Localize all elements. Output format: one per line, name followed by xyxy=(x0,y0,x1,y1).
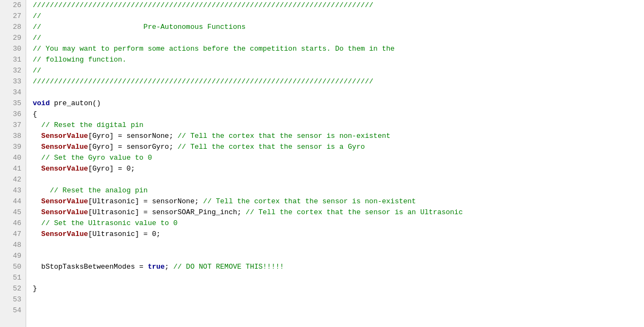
code-token: // xyxy=(33,12,41,20)
line-number: 26 xyxy=(0,0,26,11)
code-editor: 2627282930313233343536373839404142434445… xyxy=(0,0,644,327)
line-number: 32 xyxy=(0,65,26,76)
code-token xyxy=(33,165,41,173)
code-token: [Ultrasonic] = sensorSOAR_Ping_inch; xyxy=(88,208,246,216)
code-line: SensorValue[Ultrasonic] = sensorNone; //… xyxy=(33,196,644,207)
line-number: 47 xyxy=(0,229,26,240)
code-token: SensorValue xyxy=(41,230,88,238)
code-line: SensorValue[Ultrasonic] = sensorSOAR_Pin… xyxy=(33,207,644,218)
code-token: // Tell the cortex that the sensor is an… xyxy=(246,208,463,216)
code-token: // following function. xyxy=(33,56,127,64)
line-number: 52 xyxy=(0,283,26,294)
code-token: SensorValue xyxy=(41,165,88,173)
code-line xyxy=(33,294,644,305)
line-number: 45 xyxy=(0,207,26,218)
code-line xyxy=(33,272,644,283)
code-token: // Pre-Autonomous Functions xyxy=(33,23,246,31)
line-number: 38 xyxy=(0,131,26,142)
code-line: // following function. xyxy=(33,55,644,65)
code-line: // Reset the digital pin xyxy=(33,120,644,131)
code-token xyxy=(33,186,50,195)
code-token xyxy=(33,230,41,238)
code-token: // Tell the cortex that the sensor is no… xyxy=(177,132,390,140)
line-number: 41 xyxy=(0,164,26,174)
line-number: 51 xyxy=(0,272,26,283)
code-token: SensorValue xyxy=(41,197,88,205)
code-token: [Ultrasonic] = sensorNone; xyxy=(88,197,203,205)
line-number: 43 xyxy=(0,185,26,196)
code-token xyxy=(33,154,41,162)
line-number: 49 xyxy=(0,251,26,262)
code-line xyxy=(33,174,644,185)
code-line: } xyxy=(33,283,644,294)
code-token: true xyxy=(148,263,165,271)
code-line: // xyxy=(33,65,644,76)
code-token xyxy=(33,197,41,205)
code-token: [Ultrasonic] = 0; xyxy=(88,230,160,238)
code-token: ; xyxy=(165,263,174,271)
code-token: ////////////////////////////////////////… xyxy=(33,1,373,9)
code-token: // Reset the digital pin xyxy=(41,121,144,129)
line-number: 35 xyxy=(0,98,26,109)
code-line: ////////////////////////////////////////… xyxy=(33,76,644,87)
code-token: // xyxy=(33,34,41,42)
line-number: 40 xyxy=(0,153,26,164)
code-token: // DO NOT REMOVE THIS!!!!! xyxy=(173,263,284,271)
code-line: SensorValue[Ultrasonic] = 0; xyxy=(33,229,644,240)
code-line xyxy=(33,305,644,316)
code-area[interactable]: ////////////////////////////////////////… xyxy=(26,0,644,327)
code-line: // xyxy=(33,33,644,44)
line-number: 30 xyxy=(0,44,26,55)
code-token xyxy=(33,132,41,140)
code-token: [Gyro] = 0; xyxy=(88,165,135,173)
code-token: { xyxy=(33,110,37,118)
code-line xyxy=(33,240,644,251)
code-line: void pre_auton() xyxy=(33,98,644,109)
code-line: // Set the Ultrasonic value to 0 xyxy=(33,218,644,229)
code-line: ////////////////////////////////////////… xyxy=(33,0,644,11)
code-line: // You may want to perform some actions … xyxy=(33,44,644,55)
line-number: 54 xyxy=(0,305,26,316)
code-line: SensorValue[Gyro] = 0; xyxy=(33,164,644,174)
code-line: SensorValue[Gyro] = sensorGyro; // Tell … xyxy=(33,142,644,153)
code-line: // xyxy=(33,11,644,22)
line-number: 28 xyxy=(0,22,26,33)
code-token xyxy=(33,121,41,129)
code-line xyxy=(33,251,644,262)
line-number: 29 xyxy=(0,33,26,44)
code-token: } xyxy=(33,284,37,293)
code-token: // You may want to perform some actions … xyxy=(33,45,395,53)
code-line: // Pre-Autonomous Functions xyxy=(33,22,644,33)
code-token: // xyxy=(33,66,41,75)
line-number: 34 xyxy=(0,87,26,98)
line-number: 50 xyxy=(0,262,26,272)
code-token xyxy=(33,208,41,216)
line-number: 31 xyxy=(0,55,26,65)
code-token xyxy=(33,143,41,151)
line-number: 33 xyxy=(0,76,26,87)
line-number: 36 xyxy=(0,109,26,120)
code-token: // Set the Gyro value to 0 xyxy=(41,154,152,162)
code-token: pre_auton() xyxy=(50,99,101,107)
code-line: bStopTasksBetweenModes = true; // DO NOT… xyxy=(33,262,644,272)
line-number: 39 xyxy=(0,142,26,153)
line-number: 44 xyxy=(0,196,26,207)
line-number: 53 xyxy=(0,294,26,305)
line-number: 48 xyxy=(0,240,26,251)
code-token: bStopTasksBetweenModes = xyxy=(33,263,148,271)
code-token: [Gyro] = sensorNone; xyxy=(88,132,177,140)
line-number: 42 xyxy=(0,174,26,185)
line-numbers: 2627282930313233343536373839404142434445… xyxy=(0,0,26,327)
code-token: ////////////////////////////////////////… xyxy=(33,77,373,86)
code-token: SensorValue xyxy=(41,208,88,216)
code-line: { xyxy=(33,109,644,120)
code-token: // Reset the analog pin xyxy=(50,186,147,195)
code-token: SensorValue xyxy=(41,132,88,140)
code-token: // Tell the cortex that the sensor is no… xyxy=(203,197,416,205)
line-number: 46 xyxy=(0,218,26,229)
code-token: SensorValue xyxy=(41,143,88,151)
code-line: // Reset the analog pin xyxy=(33,185,644,196)
code-token xyxy=(33,219,41,227)
code-token: [Gyro] = sensorGyro; xyxy=(88,143,177,151)
code-token: // Set the Ultrasonic value to 0 xyxy=(41,219,178,227)
